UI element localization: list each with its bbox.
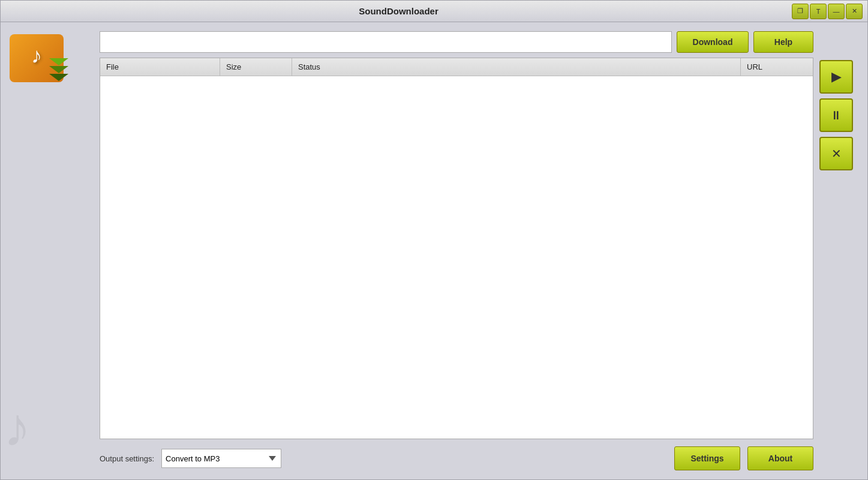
window-title: SoundDownloader: [359, 6, 438, 16]
app-logo: ♪: [10, 34, 70, 85]
stop-icon: [831, 146, 842, 161]
output-settings-label: Output settings:: [100, 454, 154, 463]
main-panel: Download Help File Size Status: [100, 31, 813, 470]
column-header-size: Size: [220, 58, 292, 76]
close-button[interactable]: ✕: [846, 4, 863, 19]
title-bar-center: SoundDownloader: [5, 6, 792, 16]
file-table-container: File Size Status URL: [100, 58, 813, 439]
left-panel: ♪ ♪: [10, 31, 94, 470]
restore-button[interactable]: ❐: [792, 4, 809, 19]
close-icon: ✕: [852, 7, 857, 15]
logo-background: ♪: [10, 34, 64, 82]
help-title-icon: T: [816, 8, 821, 15]
settings-button[interactable]: Settings: [674, 446, 740, 470]
minimize-icon: —: [833, 8, 840, 15]
bottom-bar: Output settings: Convert to MP3 Convert …: [100, 444, 813, 470]
play-button[interactable]: [819, 60, 853, 94]
watermark-note: ♪: [4, 397, 31, 458]
pause-icon: [830, 107, 842, 123]
title-bar: SoundDownloader ❐ T — ✕: [1, 1, 867, 22]
help-button[interactable]: Help: [753, 31, 813, 53]
pause-button[interactable]: [819, 98, 853, 132]
column-header-status: Status: [292, 58, 741, 76]
arrow-chevron-1: [49, 58, 68, 65]
main-window: SoundDownloader ❐ T — ✕ ♪: [0, 0, 868, 480]
url-input[interactable]: [100, 31, 672, 53]
arrow-chevron-3: [49, 74, 68, 81]
about-button[interactable]: About: [747, 446, 813, 470]
restore-icon: ❐: [797, 7, 803, 15]
stop-button[interactable]: [819, 137, 853, 170]
content-area: ♪ ♪ Download Help: [1, 22, 867, 479]
output-format-select[interactable]: Convert to MP3 Convert to WAV Convert to…: [161, 449, 281, 468]
right-panel: [819, 31, 858, 470]
column-header-url: URL: [741, 58, 813, 76]
table-header: File Size Status URL: [100, 58, 813, 76]
minimize-button[interactable]: —: [828, 4, 845, 19]
download-button[interactable]: Download: [677, 31, 749, 53]
title-bar-controls: ❐ T — ✕: [792, 4, 863, 19]
column-header-file: File: [100, 58, 220, 76]
arrow-chevron-2: [49, 66, 68, 73]
table-body: [100, 76, 813, 439]
url-bar: Download Help: [100, 31, 813, 53]
download-arrows: [49, 58, 68, 81]
help-title-button[interactable]: T: [810, 4, 827, 19]
music-note-icon: ♪: [31, 43, 42, 68]
play-icon: [831, 69, 842, 85]
